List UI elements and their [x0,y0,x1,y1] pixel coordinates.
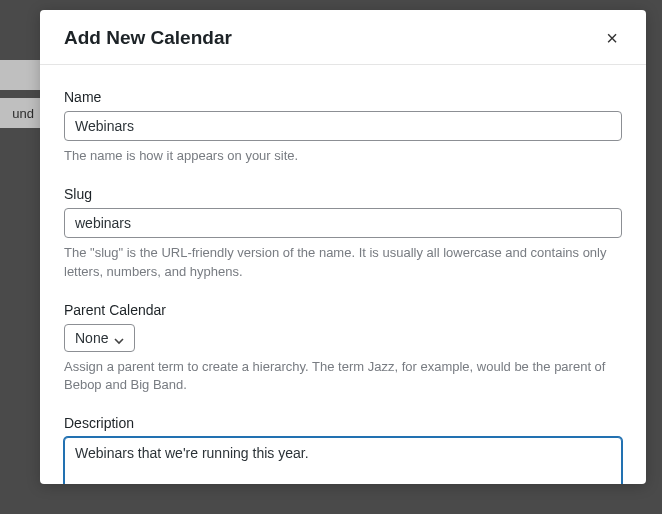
description-label: Description [64,415,622,431]
add-calendar-modal: Add New Calendar × Name The name is how … [40,10,646,484]
chevron-down-icon [114,333,124,343]
description-input[interactable] [64,437,622,484]
modal-body: Name The name is how it appears on your … [40,65,646,484]
slug-input[interactable] [64,208,622,238]
name-label: Name [64,89,622,105]
slug-help: The "slug" is the URL-friendly version o… [64,244,622,282]
close-icon: × [606,27,618,49]
name-input[interactable] [64,111,622,141]
parent-select[interactable]: None [64,324,135,352]
slug-field: Slug The "slug" is the URL-friendly vers… [64,186,622,282]
parent-selected-value: None [75,330,108,346]
modal-title: Add New Calendar [64,27,232,49]
close-button[interactable]: × [602,26,622,50]
parent-field: Parent Calendar None Assign a parent ter… [64,302,622,396]
parent-help: Assign a parent term to create a hierarc… [64,358,622,396]
slug-label: Slug [64,186,622,202]
modal-header: Add New Calendar × [40,10,646,65]
name-field: Name The name is how it appears on your … [64,89,622,166]
description-field: Description [64,415,622,484]
parent-label: Parent Calendar [64,302,622,318]
background-partial-text: und [0,98,40,128]
name-help: The name is how it appears on your site. [64,147,622,166]
